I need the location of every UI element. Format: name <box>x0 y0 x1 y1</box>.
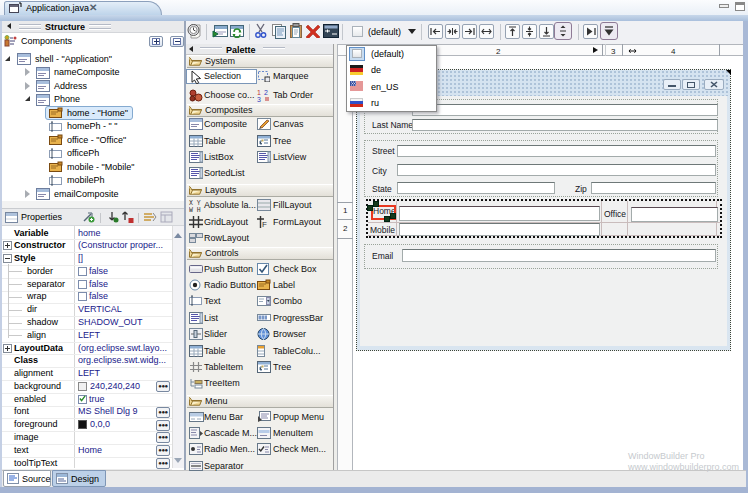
svg-text:W H: W H <box>189 207 201 213</box>
svg-text:1: 1 <box>257 89 261 96</box>
svg-text:2: 2 <box>264 89 268 96</box>
svg-text:3: 3 <box>257 96 261 102</box>
svg-text:F: F <box>262 220 267 228</box>
